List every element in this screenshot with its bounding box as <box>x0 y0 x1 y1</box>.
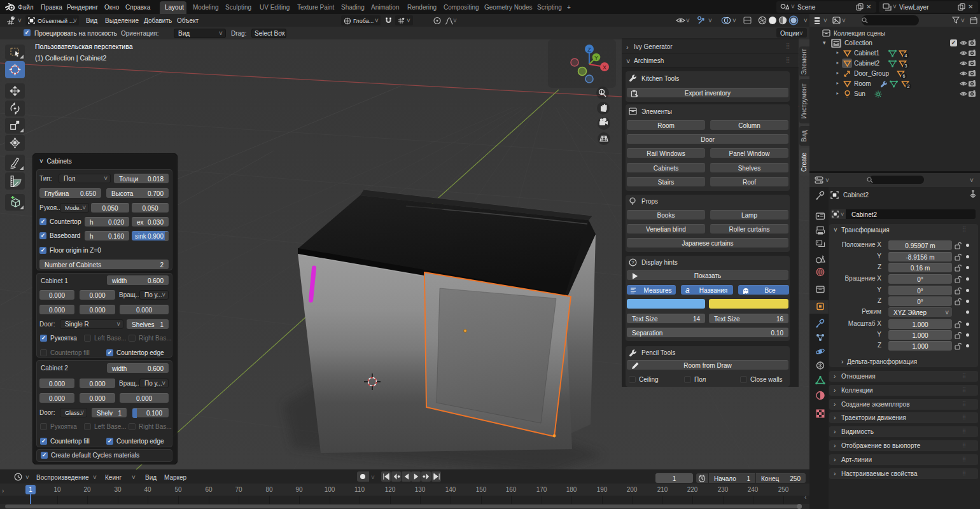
svg-text:Y: Y <box>594 55 598 61</box>
svg-text:Z: Z <box>587 46 591 53</box>
svg-text:?: ? <box>631 260 634 265</box>
svg-text:X: X <box>603 64 606 71</box>
